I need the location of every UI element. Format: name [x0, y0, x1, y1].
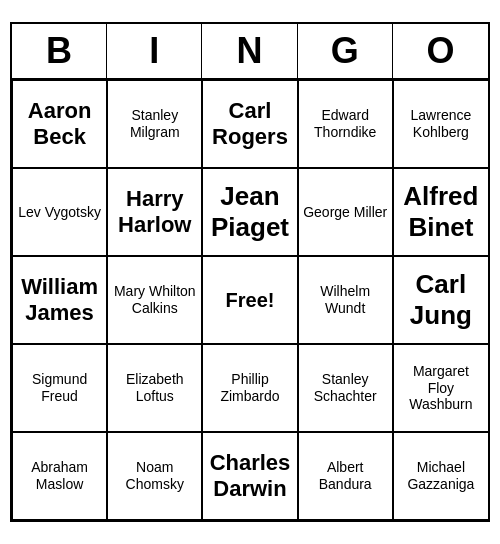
- bingo-letter-n: N: [202, 24, 297, 78]
- bingo-cell-19: Margaret Floy Washburn: [393, 344, 488, 432]
- bingo-cell-11: Mary Whilton Calkins: [107, 256, 202, 344]
- bingo-grid: Aaron BeckStanley MilgramCarl RogersEdwa…: [12, 80, 488, 520]
- bingo-letter-g: G: [298, 24, 393, 78]
- bingo-cell-6: Harry Harlow: [107, 168, 202, 256]
- bingo-cell-21: Noam Chomsky: [107, 432, 202, 520]
- bingo-cell-23: Albert Bandura: [298, 432, 393, 520]
- bingo-cell-10: William James: [12, 256, 107, 344]
- bingo-cell-0: Aaron Beck: [12, 80, 107, 168]
- bingo-cell-12: Free!: [202, 256, 297, 344]
- bingo-cell-3: Edward Thorndike: [298, 80, 393, 168]
- bingo-cell-8: George Miller: [298, 168, 393, 256]
- bingo-cell-4: Lawrence Kohlberg: [393, 80, 488, 168]
- bingo-cell-7: Jean Piaget: [202, 168, 297, 256]
- bingo-cell-14: Carl Jung: [393, 256, 488, 344]
- bingo-cell-20: Abraham Maslow: [12, 432, 107, 520]
- bingo-cell-13: Wilhelm Wundt: [298, 256, 393, 344]
- bingo-cell-22: Charles Darwin: [202, 432, 297, 520]
- bingo-cell-9: Alfred Binet: [393, 168, 488, 256]
- bingo-letter-o: O: [393, 24, 488, 78]
- bingo-cell-5: Lev Vygotsky: [12, 168, 107, 256]
- bingo-cell-15: Sigmund Freud: [12, 344, 107, 432]
- bingo-cell-18: Stanley Schachter: [298, 344, 393, 432]
- bingo-cell-24: Michael Gazzaniga: [393, 432, 488, 520]
- bingo-header: BINGO: [12, 24, 488, 80]
- bingo-letter-i: I: [107, 24, 202, 78]
- bingo-card: BINGO Aaron BeckStanley MilgramCarl Roge…: [10, 22, 490, 522]
- bingo-cell-17: Phillip Zimbardo: [202, 344, 297, 432]
- bingo-cell-16: Elizabeth Loftus: [107, 344, 202, 432]
- bingo-cell-2: Carl Rogers: [202, 80, 297, 168]
- bingo-cell-1: Stanley Milgram: [107, 80, 202, 168]
- bingo-letter-b: B: [12, 24, 107, 78]
